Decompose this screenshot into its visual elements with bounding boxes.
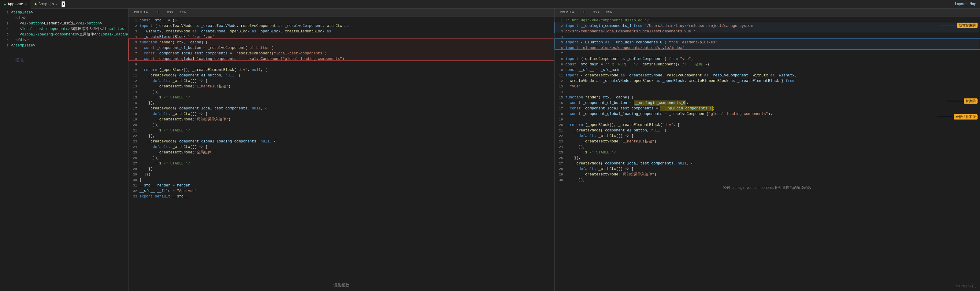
ml-16: 16 }), [129, 100, 554, 106]
ml-12: 12 default: _withCtx(() => [ [129, 78, 554, 84]
comp-js-icon: ◆ [35, 2, 37, 6]
rl-7: 7 [555, 51, 980, 56]
rl-26: 26 }), [555, 155, 980, 161]
right-bottom-label: 经过 unplugin-vue-components 插件替换后的渲染函数 [555, 183, 980, 193]
code-line-4: 4 <local-test-components>局部按需导入组件</local… [0, 26, 128, 32]
ml-18: 18 default: _withCtx(() => [ [129, 111, 554, 117]
rl-4: 4 [555, 34, 980, 40]
rl-12: 12 createVNode as _createVNode, openBloc… [555, 78, 980, 84]
tab-app-vue-label: App.vue [8, 2, 23, 6]
ml-19: 19 _createTextVNode("局部按需导入组件") [129, 117, 554, 122]
ml-20: 20 ]), [129, 122, 554, 128]
code-line-5: 5 <global-loading-components>全局组件</globa… [0, 32, 128, 37]
highlight-unplugin-1: __unplugin_components_1 [660, 106, 713, 111]
rl-24: 24 ]), [555, 144, 980, 150]
main-content: 模版 1 <template> 2 <div> 3 <el-button>Ele… [0, 8, 980, 291]
rl-25: 25 _: 1 /* STABLE */ [555, 150, 980, 155]
ml-3: 3 _withCtx, createVNode as _createVNode,… [129, 29, 554, 34]
rl-28: 28 default: _withCtx(() => [ [555, 166, 980, 172]
right-code-area[interactable]: 新增替换的 替换的 全部组件不变 1 /* unplugin-vue-compo… [555, 16, 980, 291]
middle-pane: PREVIEW JS CSS SSR 1 const _sfc__ = {} 2… [129, 8, 555, 291]
csdn-watermark: CSDN@小子于 [955, 284, 978, 289]
left-code-area[interactable]: 模版 1 <template> 2 <div> 3 <el-button>Ele… [0, 8, 128, 291]
right-tab-js[interactable]: JS [578, 10, 589, 15]
tab-comp-js[interactable]: ◆ Comp.js ✕ [31, 0, 62, 8]
rl-10: 10 const __sfc__ = _sfc_main [555, 67, 980, 73]
right-pane: PREVIEW JS CSS SSR 新增替换的 替换的 [555, 8, 980, 291]
rl-3: 3 pc/src/components/localComponents/Loca… [555, 29, 980, 34]
ml-17: 17 _createVNode(_component_local_test_co… [129, 106, 554, 111]
code-line-3: 3 <el-button>ElementPlus按钮</el-button> [0, 21, 128, 26]
rl-18: 18 const _component_global_loading_compo… [555, 111, 980, 117]
middle-tab-js[interactable]: JS [152, 10, 162, 15]
code-line-6: 6 </div> [0, 37, 128, 43]
ml-21: 21 _: 1 /* STABLE */ [129, 128, 554, 133]
code-line-1: 1 <template> [0, 10, 128, 15]
rl-17: 17 const _component_local_test_component… [555, 106, 980, 111]
ml-5: 5 function render(_ctx, _cache) { [129, 40, 554, 45]
rl-23: 23 _createTextVNode("ElmentPlus按钮") [555, 139, 980, 144]
middle-bottom-label: 渲染函数 [333, 282, 349, 288]
close-app-vue-icon[interactable]: ✕ [25, 2, 27, 6]
highlight-unplugin-0: __unplugin_components_0 [634, 100, 686, 105]
top-tab-bar: ◆ App.vue ✕ ◆ Comp.js ✕ + Import Map [0, 0, 980, 8]
ml-4: 4 _createElementBlock } from 'vue' [129, 34, 554, 40]
ml-8: 8 const _component_global_loading_compon… [129, 56, 554, 62]
code-line-7: 7 </template> [0, 43, 128, 48]
rl-22: 22 default: _withCtx(() => [ [555, 133, 980, 139]
ml-22: 22 }), [129, 133, 554, 139]
rl-5: 5 import { ElButton as __unplugin_compon… [555, 40, 980, 45]
ml-24: 24 default: _withCtx(() => [ [129, 144, 554, 150]
ml-33: 33 export default __sfc__ [129, 194, 554, 199]
left-pane: 模版 1 <template> 2 <div> 3 <el-button>Ele… [0, 8, 129, 291]
rl-30: 30 ]), [555, 177, 980, 183]
right-tab-preview[interactable]: PREVIEW [557, 10, 577, 15]
ml-6: 6 const _component_el_button = _resolveC… [129, 45, 554, 51]
rl-2: 2 import __unplugin_components_1 from '/… [555, 23, 980, 29]
app-vue-icon: ◆ [4, 2, 6, 7]
right-tab-css[interactable]: CSS [590, 10, 602, 15]
ml-7: 7 const _component_local_test_components… [129, 51, 554, 56]
rl-16: 16 const _component_el_button = __unplug… [555, 100, 980, 106]
rl-20: 20 return (_openBlock(), _createElementB… [555, 122, 980, 128]
right-tab-ssr[interactable]: SSR [603, 10, 616, 15]
rl-14: 14 [555, 89, 980, 95]
rl-8: 8 import { defineComponent as _defineCom… [555, 56, 980, 62]
ml-23: 23 _createVNode(_component_global_loadin… [129, 139, 554, 144]
ml-15: 15 _: 1 /* STABLE */ [129, 95, 554, 100]
rl-13: 13 "vue" [555, 84, 980, 89]
ml-32: 32 __sfc__.__file = "App.vue" [129, 188, 554, 194]
middle-tab-preview[interactable]: PREVIEW [131, 10, 151, 15]
ml-28: 28 }) [129, 166, 554, 172]
import-map-link[interactable]: Import Map [951, 2, 980, 6]
rl-29: 29 _createTextVNode("局部按需导入组件") [555, 172, 980, 177]
ml-11: 11 _createVNode(_component_el_button, nu… [129, 73, 554, 78]
tab-app-vue[interactable]: ◆ App.vue ✕ [0, 0, 31, 8]
tab-comp-js-label: Comp.js [38, 2, 54, 6]
ml-9: 9 [129, 62, 554, 67]
ml-14: 14 ]), [129, 89, 554, 95]
right-pane-tabs: PREVIEW JS CSS SSR [555, 8, 980, 16]
ml-27: 27 _: 1 /* STABLE */ [129, 161, 554, 166]
rl-19: 19 [555, 117, 980, 122]
ml-29: 29 ])) [129, 172, 554, 177]
middle-pane-tabs: PREVIEW JS CSS SSR [129, 8, 554, 16]
middle-code-area[interactable]: 1 const _sfc__ = {} 2 import { createTex… [129, 16, 554, 291]
rl-1: 1 /* unplugin-vue-components disabled */ [555, 18, 980, 23]
template-watermark: 模版 [15, 57, 24, 63]
rl-15: 15 function render(_ctx, _cache) { [555, 95, 980, 100]
add-tab-button[interactable]: + [62, 1, 65, 7]
ml-13: 13 _createTextVNode("ElmentPlus按钮") [129, 84, 554, 89]
code-line-2: 2 <div> [0, 15, 128, 21]
ml-10: 10 return (_openBlock(), _createElementB… [129, 67, 554, 73]
rl-9: 9 const _sfc_main = /* @__PURE__ */ _def… [555, 62, 980, 67]
rl-6: 6 import 'element-plus/es/components/but… [555, 45, 980, 51]
rl-27: 27 _createVNode(_component_local_test_co… [555, 161, 980, 166]
middle-tab-ssr[interactable]: SSR [177, 10, 189, 15]
ml-31: 31 __sfc__.render = render [129, 183, 554, 188]
ml-2: 2 import { createTextVNode as _createTex… [129, 23, 554, 29]
ml-26: 26 ]), [129, 155, 554, 161]
ml-25: 25 _createTextVNode("全局组件") [129, 150, 554, 155]
middle-tab-css[interactable]: CSS [164, 10, 176, 15]
close-comp-js-icon[interactable]: ✕ [56, 2, 57, 6]
